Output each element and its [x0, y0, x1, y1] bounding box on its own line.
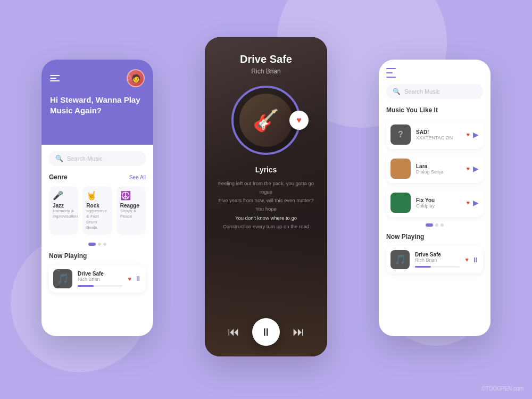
lyrics-title: Lyrics [215, 165, 317, 174]
genre-dots [49, 243, 146, 246]
dot-1 [88, 243, 96, 246]
heart-button-left[interactable]: ♥ [128, 276, 131, 282]
player-controls: ⏮ ⏸ ⏭ [228, 318, 304, 346]
play-pause-button-center[interactable]: ⏸ [252, 318, 280, 346]
search-placeholder-right: Search Music [404, 88, 440, 95]
dot-3 [103, 243, 106, 246]
center-song-artist: Rich Brian [251, 68, 280, 75]
genre-card-rock[interactable]: 🤘 Rock aggressive & Fast Drum Beats [82, 186, 112, 235]
thumb-lara [390, 159, 411, 179]
play-lara[interactable]: ▶ [473, 164, 479, 173]
progress-fill-right [415, 266, 431, 268]
progress-bar-right[interactable] [415, 266, 460, 268]
music-dot-2 [435, 223, 438, 227]
genre-section-title: Genre [49, 173, 68, 181]
artist-fixyou: Coldplay [416, 203, 461, 209]
np-thumb-left: 🎵 [53, 269, 72, 288]
music-dots [386, 223, 483, 227]
np-thumb-right: 🎵 [390, 250, 410, 269]
lyrics-line-3: You don't know where to go [215, 214, 317, 222]
play-fixyou[interactable]: ▶ [473, 198, 479, 207]
prev-button[interactable]: ⏮ [228, 325, 239, 339]
music-you-like-title: Music You Like It [386, 106, 438, 114]
dot-2 [98, 243, 101, 246]
center-song-title: Drive Safe [240, 53, 292, 65]
see-all-left[interactable]: See All [129, 174, 146, 180]
lyrics-line-1: Feeling left out from the pack, you gott… [215, 179, 317, 196]
reggae-name: Reagge [120, 203, 142, 209]
search-icon-left: 🔍 [55, 155, 63, 162]
vinyl-container: 🎸 ♥ [231, 86, 301, 155]
title-sad: SAD! [416, 129, 461, 135]
now-playing-title-left: Now Playing [49, 252, 146, 260]
play-sad[interactable]: ▶ [473, 130, 479, 139]
music-item-fixyou[interactable]: Fix You Coldplay ♥ ▶ [386, 188, 483, 217]
music-list: ? SAD! XXXTENTACION ♥ ▶ Lara Dialog Senj… [386, 120, 483, 217]
rock-name: Rock [86, 203, 108, 209]
music-dot-3 [440, 223, 444, 227]
menu-icon-right[interactable] [386, 68, 396, 78]
reggae-desc: Slowly & Peace [120, 209, 142, 220]
genre-cards: 🎤 Jazz Harmony & improvisation 🤘 Rock ag… [49, 186, 146, 235]
genre-card-jazz[interactable]: 🎤 Jazz Harmony & improvisation [49, 186, 78, 235]
music-item-lara[interactable]: Lara Dialog Senja ♥ ▶ [386, 154, 483, 183]
thumb-fixyou [390, 193, 411, 213]
artist-lara: Dialog Senja [416, 169, 461, 174]
greeting-text: Hi Steward, Wanna Play Music Again? [50, 95, 145, 115]
progress-bar-left[interactable] [78, 285, 122, 287]
lyrics-line-4: Construction every turn up on the road [215, 222, 317, 231]
heart-lara[interactable]: ♥ [466, 165, 470, 172]
phone-left: ♪ 🧑 Hi Steward, Wanna Play Music Again? … [41, 60, 153, 336]
phone-center: Drive Safe Rich Brian 🎸 ♥ Lyrics Feeling… [205, 37, 327, 356]
np-artist-left: Rich Brian [78, 277, 122, 282]
heart-button-right[interactable]: ♥ [465, 256, 469, 263]
np-title-left: Drive Safe [78, 271, 122, 277]
heart-fixyou[interactable]: ♥ [466, 200, 470, 206]
music-note-deco: ♪ [126, 70, 132, 84]
now-playing-card-left: 🎵 Drive Safe Rich Brian ♥ ⏸ [49, 265, 146, 293]
genre-card-reggae[interactable]: ☮️ Reagge Slowly & Peace [117, 186, 146, 235]
reggae-icon: ☮️ [120, 190, 142, 201]
search-placeholder-left: Search Music [67, 155, 103, 162]
heart-float-center[interactable]: ♥ [289, 111, 309, 130]
artist-sad: XXXTENTACION [416, 135, 461, 140]
now-playing-card-right: 🎵 Drive Safe Rich Brian ♥ ⏸ [386, 246, 483, 273]
pause-button-right[interactable]: ⏸ [472, 256, 479, 264]
menu-icon-left[interactable] [50, 75, 60, 81]
search-bar-left[interactable]: 🔍 Search Music [49, 151, 146, 166]
rock-desc: aggressive & Fast Drum Beats [86, 209, 108, 231]
heart-sad[interactable]: ♥ [466, 131, 470, 138]
np-title-right: Drive Safe [415, 252, 460, 257]
search-bar-right[interactable]: 🔍 Search Music [386, 84, 483, 99]
jazz-name: Jazz [53, 203, 74, 209]
watermark: ©TOOOPEN.com [481, 386, 523, 392]
thumb-sad: ? [390, 124, 411, 145]
jazz-icon: 🎤 [53, 190, 74, 201]
lyrics-line-2: Five years from now, will this even matt… [215, 196, 317, 213]
jazz-desc: Harmony & improvisation [53, 209, 74, 220]
progress-fill-left [78, 285, 94, 287]
search-icon-right: 🔍 [393, 88, 401, 95]
np-artist-right: Rich Brian [415, 257, 460, 263]
next-button[interactable]: ⏭ [293, 325, 304, 339]
now-playing-title-right: Now Playing [386, 233, 483, 240]
lyrics-section: Lyrics Feeling left out from the pack, y… [215, 165, 317, 231]
phone-right: 🔍 Search Music Music You Like It ? SAD! … [379, 60, 491, 336]
pause-button-left[interactable]: ⏸ [135, 275, 142, 282]
title-lara: Lara [416, 163, 461, 169]
music-item-sad[interactable]: ? SAD! XXXTENTACION ♥ ▶ [386, 120, 483, 149]
rock-icon: 🤘 [86, 190, 108, 201]
title-fixyou: Fix You [416, 197, 461, 203]
music-dot-1 [426, 223, 433, 227]
vinyl-inner: 🎸 [239, 94, 293, 147]
